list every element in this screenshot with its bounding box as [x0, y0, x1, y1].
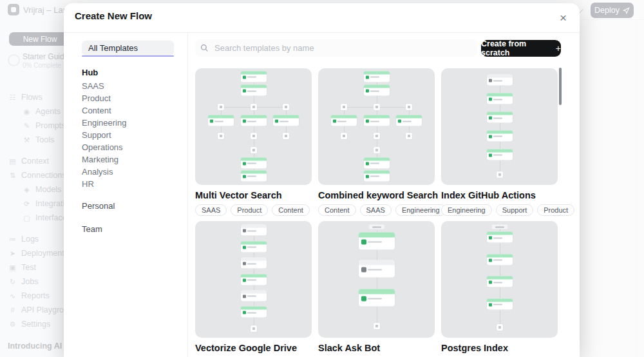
- flow-node-thumb: [374, 133, 380, 139]
- category-item-operations[interactable]: Operations: [82, 141, 178, 153]
- template-thumbnail[interactable]: [441, 221, 558, 338]
- template-tags: EngineeringSupportProduct: [441, 204, 558, 216]
- flow-node-thumb: [283, 104, 289, 110]
- tag-support: Support: [496, 204, 534, 216]
- template-thumbnail[interactable]: [195, 68, 312, 185]
- flow-node-thumb: [241, 241, 267, 252]
- create-from-scratch-label: Create from scratch: [481, 39, 552, 57]
- template-tags: SAASProductContent: [195, 204, 312, 216]
- template-title: Combined keyword Search: [318, 190, 435, 200]
- category-item-product[interactable]: Product: [82, 92, 178, 104]
- template-tags: ContentSAASEngineering: [318, 204, 435, 216]
- tag-saas: SAAS: [360, 204, 392, 216]
- template-thumbnail[interactable]: [318, 221, 435, 338]
- category-item-engineering[interactable]: Engineering: [82, 117, 178, 129]
- template-title: Vectorize Google Drive: [195, 343, 312, 353]
- category-item-saas[interactable]: SAAS: [82, 80, 178, 92]
- template-grid: Multi Vector SearchSAASProductContentCom…: [195, 68, 558, 353]
- flow-node-thumb: [364, 170, 390, 181]
- flow-node-thumb: [497, 171, 503, 178]
- template-thumbnail[interactable]: [195, 221, 312, 338]
- flow-node-thumb: [241, 115, 267, 126]
- flow-node-thumb: [208, 115, 234, 126]
- tag-product: Product: [537, 204, 574, 216]
- category-item-hr[interactable]: HR: [82, 178, 178, 190]
- flow-node-thumb: [359, 289, 395, 307]
- flow-node-thumb: [241, 290, 267, 301]
- template-card-multi-vector-search[interactable]: Multi Vector SearchSAASProductContent: [195, 68, 312, 216]
- search-input[interactable]: [213, 43, 460, 53]
- tag-product: Product: [231, 204, 268, 216]
- category-item-content[interactable]: Content: [82, 104, 178, 117]
- flow-node-thumb: [251, 147, 257, 153]
- flow-node-thumb: [374, 147, 380, 153]
- category-list: HubSAASProductContentEngineeringSupportO…: [82, 63, 178, 236]
- flow-node-thumb: [374, 104, 380, 110]
- template-thumbnail[interactable]: [318, 68, 435, 185]
- category-item-personal[interactable]: Personal: [82, 199, 178, 213]
- close-icon[interactable]: ×: [560, 12, 567, 24]
- template-title: Postgres Index: [441, 343, 558, 353]
- flow-node-thumb: [487, 232, 513, 243]
- flow-node-thumb: [374, 323, 380, 329]
- template-title: Multi Vector Search: [195, 190, 312, 200]
- flow-node-thumb: [487, 112, 513, 123]
- flow-node-thumb: [364, 71, 390, 82]
- flow-node-thumb: [487, 298, 513, 309]
- flow-node-thumb: [241, 170, 267, 181]
- template-card-slack-ask-bot[interactable]: Slack Ask Bot: [318, 221, 435, 353]
- dialog-header-divider: [64, 32, 580, 33]
- flow-node-thumb: [359, 260, 395, 278]
- category-item-marketing[interactable]: Marketing: [82, 153, 178, 166]
- tag-content: Content: [318, 204, 356, 216]
- create-new-flow-dialog: Create New Flow × All Templates HubSAASP…: [64, 3, 580, 357]
- template-title: Slack Ask Bot: [318, 343, 435, 353]
- flow-node-thumb: [251, 325, 257, 332]
- flow-node-thumb: [492, 225, 507, 229]
- flow-node-thumb: [241, 274, 267, 285]
- template-card-index-github-actions[interactable]: Index GitHub ActionsEngineeringSupportPr…: [441, 68, 558, 216]
- flow-node-thumb: [487, 75, 513, 86]
- flow-node-thumb: [369, 225, 384, 229]
- scrollbar-thumb[interactable]: [559, 68, 562, 105]
- template-search: [195, 39, 477, 57]
- template-card-vectorize-google-drive[interactable]: Vectorize Google Drive: [195, 221, 312, 353]
- plus-icon: +: [556, 43, 561, 53]
- tag-saas: SAAS: [195, 204, 227, 216]
- flow-node-thumb: [406, 104, 412, 110]
- flow-node-thumb: [241, 307, 267, 318]
- template-card-combined-keyword-search[interactable]: Combined keyword SearchContentSAASEngine…: [318, 68, 435, 216]
- flow-node-thumb: [359, 232, 395, 249]
- flow-node-thumb: [251, 133, 257, 139]
- flow-node-thumb: [487, 149, 513, 160]
- flow-node-thumb: [241, 258, 267, 269]
- flow-node-thumb: [487, 254, 513, 265]
- template-card-postgres-index[interactable]: Postgres Index: [441, 221, 558, 353]
- category-all-templates[interactable]: All Templates: [82, 41, 174, 55]
- template-thumbnail[interactable]: [441, 68, 558, 185]
- category-item-support[interactable]: Support: [82, 129, 178, 141]
- category-header-hub: Hub: [82, 66, 178, 80]
- flow-node-thumb: [487, 276, 513, 287]
- flow-node-thumb: [283, 133, 289, 139]
- search-icon: [200, 44, 209, 52]
- flow-node-thumb: [364, 115, 390, 126]
- flow-node-thumb: [241, 225, 267, 236]
- flow-node-thumb: [497, 324, 503, 331]
- tag-engineering: Engineering: [395, 204, 446, 216]
- flow-node-thumb: [241, 71, 267, 82]
- category-item-analysis[interactable]: Analysis: [82, 166, 178, 178]
- flow-node-thumb: [218, 104, 224, 110]
- template-title: Index GitHub Actions: [441, 190, 558, 200]
- category-item-team[interactable]: Team: [82, 222, 178, 236]
- flow-node-thumb: [218, 133, 224, 139]
- flow-node-thumb: [406, 133, 412, 139]
- flow-node-thumb: [241, 157, 267, 168]
- dialog-sidebar-divider: [187, 32, 188, 357]
- flow-node-thumb: [487, 130, 513, 141]
- flow-node-thumb: [241, 85, 267, 96]
- flow-node-thumb: [251, 104, 257, 110]
- flow-node-thumb: [331, 115, 357, 126]
- app-root: Vrijraj – Lamat Deploy New Flow Starter …: [0, 0, 644, 357]
- create-from-scratch-button[interactable]: Create from scratch +: [481, 40, 561, 57]
